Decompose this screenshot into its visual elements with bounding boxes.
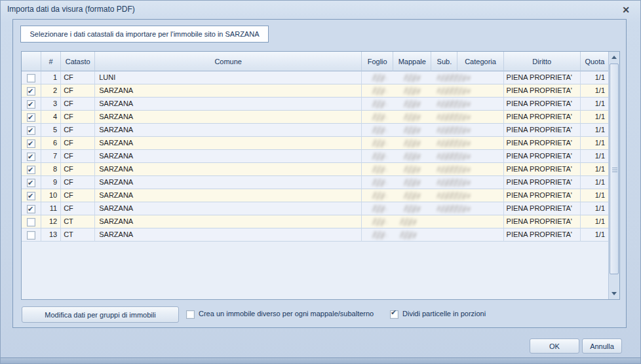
- cell-catasto: CF: [61, 84, 95, 98]
- cell-redacted-values: [362, 215, 503, 228]
- row-checkbox[interactable]: [27, 205, 35, 213]
- blurred-value: [435, 192, 471, 200]
- blurred-value: [371, 153, 387, 160]
- row-checkbox[interactable]: [27, 87, 35, 96]
- cell-redacted-values: [362, 202, 503, 215]
- row-checkbox[interactable]: [27, 166, 35, 174]
- row-checkbox[interactable]: [27, 231, 35, 240]
- row-number: 8: [41, 163, 61, 176]
- cell-quota: 1/1: [581, 71, 610, 84]
- table-row[interactable]: 2 CF SARZANA PIENA PROPRIETA' 1/1: [22, 84, 610, 98]
- table-row[interactable]: 1 CF LUNI PIENA PROPRIETA' 1/1: [22, 71, 610, 84]
- blurred-value: [398, 231, 417, 239]
- blurred-value: [371, 166, 387, 173]
- crea-immobile-checkbox[interactable]: [186, 310, 195, 319]
- modify-groups-button[interactable]: Modifica dati per gruppi di immobili: [22, 306, 179, 323]
- table-row[interactable]: 12 CT SARZANA PIENA PROPRIETA' 1/1: [22, 215, 610, 228]
- dialog-bottom-border: [1, 357, 640, 363]
- column-header-categoria[interactable]: Categoria: [457, 52, 503, 71]
- table-row[interactable]: 7 CF SARZANA PIENA PROPRIETA' 1/1: [22, 150, 610, 163]
- cell-catasto: CF: [61, 176, 95, 189]
- blurred-value: [402, 166, 421, 173]
- cell-comune: SARZANA: [95, 176, 362, 189]
- cell-catasto: CF: [61, 124, 95, 137]
- ok-button[interactable]: OK: [530, 338, 579, 354]
- cell-diritto: PIENA PROPRIETA': [504, 137, 581, 150]
- cell-redacted-values: [362, 137, 503, 150]
- scrollbar-down-button[interactable]: [609, 288, 619, 299]
- column-header-checkbox[interactable]: [22, 52, 41, 71]
- blurred-value: [371, 126, 387, 134]
- cell-catasto: CF: [61, 163, 95, 176]
- cell-diritto: PIENA PROPRIETA': [504, 176, 581, 189]
- cell-redacted-values: [362, 111, 503, 124]
- arrow-up-icon: [612, 56, 617, 59]
- scrollbar-thumb[interactable]: [610, 64, 619, 274]
- column-header-mappale[interactable]: Mappale: [393, 52, 431, 71]
- table-row[interactable]: 4 CF SARZANA PIENA PROPRIETA' 1/1: [22, 111, 610, 124]
- cell-redacted-values: [362, 163, 503, 176]
- blurred-value: [402, 126, 421, 134]
- row-number: 6: [41, 137, 61, 150]
- cell-quota: 1/1: [581, 215, 610, 228]
- cell-comune: SARZANA: [95, 111, 362, 124]
- column-header-quota[interactable]: Quota: [581, 52, 610, 71]
- row-checkbox[interactable]: [27, 100, 35, 109]
- row-checkbox[interactable]: [27, 126, 35, 135]
- table-row[interactable]: 3 CF SARZANA PIENA PROPRIETA' 1/1: [22, 98, 610, 111]
- table-row[interactable]: 9 CF SARZANA PIENA PROPRIETA' 1/1: [22, 176, 610, 189]
- row-number: 9: [41, 176, 61, 189]
- table-header-row: #CatastoComuneFoglioMappaleSub.Categoria…: [22, 52, 610, 71]
- vertical-scrollbar[interactable]: [608, 52, 619, 299]
- cell-redacted-values: [362, 71, 503, 84]
- arrow-down-icon: [612, 292, 617, 295]
- blurred-value: [402, 113, 421, 121]
- cell-redacted-values: [362, 228, 503, 242]
- column-header-diritto[interactable]: Diritto: [504, 52, 581, 71]
- tab-panel: Selezionare i dati catastali da importar…: [12, 19, 627, 328]
- column-header-comune[interactable]: Comune: [95, 52, 362, 71]
- cadastral-table: #CatastoComuneFoglioMappaleSub.Categoria…: [21, 51, 620, 300]
- cell-diritto: PIENA PROPRIETA': [504, 215, 581, 228]
- cell-quota: 1/1: [581, 176, 610, 189]
- cell-diritto: PIENA PROPRIETA': [504, 84, 581, 98]
- column-header-catasto[interactable]: Catasto: [61, 52, 95, 71]
- column-header-sub[interactable]: Sub.: [431, 52, 457, 71]
- row-number: 1: [41, 71, 61, 84]
- blurred-value: [402, 192, 421, 200]
- cell-catasto: CF: [61, 137, 95, 150]
- close-icon[interactable]: ✕: [619, 4, 632, 16]
- cancel-button[interactable]: Annulla: [582, 338, 622, 354]
- crea-immobile-checkbox-label[interactable]: Crea un immobile diverso per ogni mappal…: [199, 310, 374, 318]
- table-row[interactable]: 11 CF SARZANA PIENA PROPRIETA' 1/1: [22, 202, 610, 215]
- table-row[interactable]: 8 CF SARZANA PIENA PROPRIETA' 1/1: [22, 163, 610, 176]
- table-row[interactable]: 5 CF SARZANA PIENA PROPRIETA' 1/1: [22, 124, 610, 137]
- cell-catasto: CF: [61, 98, 95, 111]
- blurred-value: [435, 153, 471, 160]
- row-number: 11: [41, 202, 61, 215]
- dividi-particelle-checkbox-label[interactable]: Dividi particelle in porzioni: [402, 310, 486, 318]
- dividi-particelle-checkbox[interactable]: [390, 310, 398, 319]
- row-checkbox[interactable]: [27, 139, 35, 148]
- cell-diritto: PIENA PROPRIETA': [504, 150, 581, 163]
- row-number: 13: [41, 228, 61, 242]
- column-header-#[interactable]: #: [41, 52, 61, 71]
- row-number: 12: [41, 215, 61, 228]
- cell-diritto: PIENA PROPRIETA': [504, 202, 581, 215]
- row-checkbox[interactable]: [27, 113, 35, 122]
- cell-quota: 1/1: [581, 124, 610, 137]
- row-checkbox[interactable]: [27, 179, 35, 187]
- blurred-value: [371, 74, 387, 82]
- row-number: 3: [41, 98, 61, 111]
- column-header-foglio[interactable]: Foglio: [362, 52, 393, 71]
- row-checkbox[interactable]: [27, 218, 35, 227]
- table-row[interactable]: 13 CT SARZANA PIENA PROPRIETA' 1/1: [22, 228, 610, 242]
- row-checkbox[interactable]: [27, 153, 35, 161]
- scrollbar-up-button[interactable]: [609, 52, 619, 63]
- tab-selezionare-dati[interactable]: Selezionare i dati catastali da importar…: [20, 26, 269, 43]
- table-row[interactable]: 6 CF SARZANA PIENA PROPRIETA' 1/1: [22, 137, 610, 150]
- row-checkbox[interactable]: [27, 74, 35, 82]
- table-row[interactable]: 10 CF SARZANA PIENA PROPRIETA' 1/1: [22, 189, 610, 202]
- row-checkbox[interactable]: [27, 192, 35, 200]
- cell-diritto: PIENA PROPRIETA': [504, 189, 581, 202]
